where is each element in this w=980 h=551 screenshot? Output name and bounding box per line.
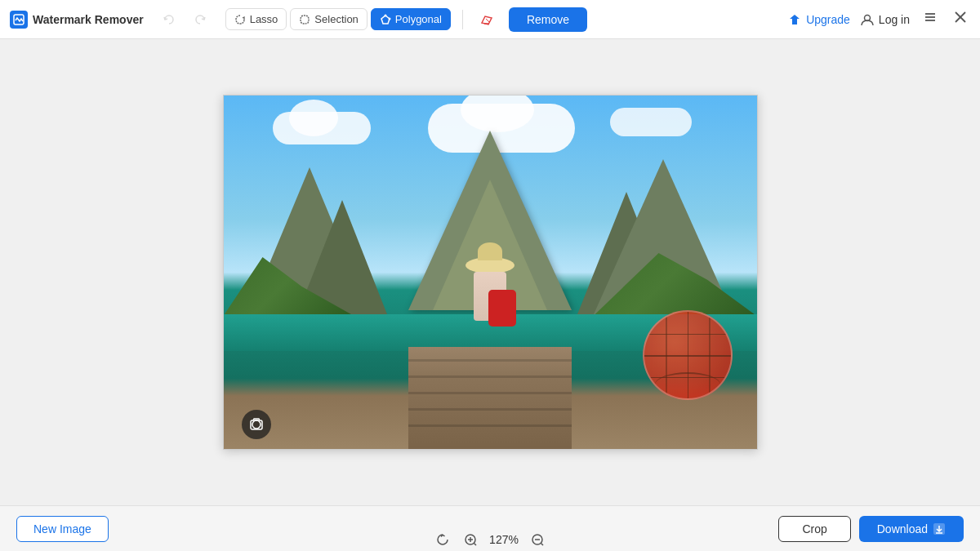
svg-point-15	[532, 535, 542, 544]
image-background	[224, 96, 757, 449]
selection-tool-label: Selection	[314, 13, 358, 25]
svg-point-9	[252, 420, 261, 429]
watermark-globe	[643, 310, 733, 400]
person-figure	[461, 257, 519, 355]
dock-plank-4	[408, 408, 572, 411]
bottom-right: Crop Download	[778, 516, 964, 542]
person-body	[474, 272, 506, 321]
svg-line-17	[541, 543, 544, 545]
cloud-3	[610, 108, 692, 136]
svg-point-1	[384, 14, 386, 16]
zoom-reset-button[interactable]	[432, 529, 453, 550]
redo-button[interactable]	[188, 7, 212, 32]
polygonal-tool-label: Polygonal	[395, 13, 442, 25]
main-canvas-area	[0, 39, 980, 505]
tool-group: Lasso Selection Polygonal	[225, 8, 451, 30]
person-hat	[466, 257, 514, 273]
capture-button[interactable]	[242, 410, 271, 439]
cloud-1	[273, 112, 371, 144]
image-display[interactable]	[223, 95, 758, 450]
dock-plank-5	[408, 424, 572, 427]
zoom-controls: 127%	[432, 529, 548, 550]
download-button[interactable]: Download	[859, 516, 964, 542]
bottombar: New Image 127%	[0, 505, 980, 551]
person-backpack	[488, 290, 516, 327]
remove-button[interactable]: Remove	[509, 7, 587, 32]
dock-plank-3	[408, 392, 572, 394]
login-button[interactable]: Log in	[860, 12, 910, 27]
lasso-tool-button[interactable]: Lasso	[225, 8, 287, 30]
polygonal-tool-button[interactable]: Polygonal	[371, 8, 451, 30]
dock	[408, 347, 572, 449]
upgrade-label: Upgrade	[806, 13, 850, 26]
zoom-level: 127%	[488, 533, 520, 546]
globe-arc	[655, 372, 720, 397]
undo-button[interactable]	[157, 7, 181, 32]
new-image-button[interactable]: New Image	[16, 516, 109, 542]
svg-line-14	[474, 543, 477, 545]
toolbar-divider	[462, 10, 463, 29]
dock-plank-1	[408, 359, 572, 362]
upgrade-button[interactable]: Upgrade	[787, 12, 850, 27]
lasso-tool-label: Lasso	[250, 13, 278, 25]
right-toolbar: Upgrade Log in	[787, 7, 970, 32]
close-button[interactable]	[951, 7, 970, 31]
menu-button[interactable]	[920, 7, 941, 32]
crop-button[interactable]: Crop	[778, 516, 850, 542]
zoom-out-button[interactable]	[527, 529, 548, 550]
dock-plank-2	[408, 375, 572, 378]
titlebar: Watermark Remover Lasso Selection	[0, 0, 980, 39]
zoom-in-button[interactable]	[460, 529, 481, 550]
app-title: Watermark Remover	[33, 13, 144, 26]
bottom-left: New Image	[16, 516, 109, 542]
canvas-area	[223, 95, 758, 450]
erase-button[interactable]	[474, 7, 499, 32]
selection-tool-button[interactable]: Selection	[290, 8, 367, 30]
svg-point-2	[388, 17, 390, 20]
svg-point-11	[466, 535, 475, 544]
login-label: Log in	[879, 13, 910, 26]
app-logo-icon	[10, 11, 28, 29]
app-logo: Watermark Remover	[10, 11, 144, 29]
